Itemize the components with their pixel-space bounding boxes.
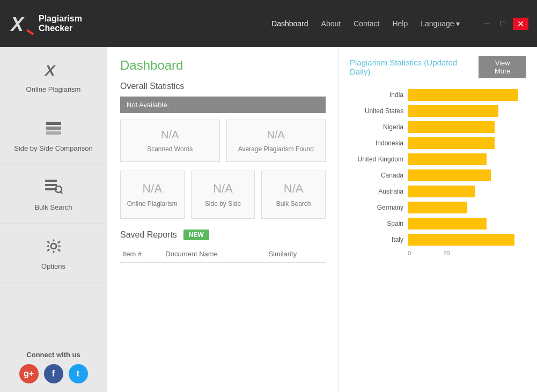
overall-statistics-title: Overall Statistics: [120, 82, 326, 91]
bar-container: [408, 186, 526, 197]
sidebar-label-bulk: Bulk Search: [34, 203, 72, 211]
chart-title: Plagiarism Statistics (Updated Daily): [350, 58, 479, 76]
bar-label: Germany: [350, 204, 403, 211]
sidebar-item-online-plagiarism[interactable]: X Online Plagiarism: [0, 47, 107, 106]
bulk-search-label: Bulk Search: [267, 200, 320, 208]
bar-row: Nigeria: [350, 121, 526, 133]
logo-line1: Plagiarism: [39, 14, 82, 24]
bar-fill: [408, 186, 475, 197]
bar-fill: [408, 153, 487, 165]
stats-row-2: N/A Scanned Words N/A Average Plagiarism…: [120, 120, 326, 162]
bar-container: [408, 105, 526, 117]
bar-fill: [408, 121, 495, 133]
nav-help[interactable]: Help: [392, 19, 408, 28]
bar-label: Canada: [350, 172, 403, 179]
bar-label: Australia: [350, 188, 403, 195]
axis-label-0: 0: [408, 250, 411, 256]
bar-row: Australia: [350, 186, 526, 197]
bar-row: Italy: [350, 234, 526, 246]
minimize-button[interactable]: –: [481, 18, 492, 29]
bar-label: Indonesia: [350, 139, 403, 147]
bulk-search-value: N/A: [267, 182, 320, 196]
sidebar-bottom: Connect with us g+ f t: [0, 342, 107, 392]
sidebar-item-options[interactable]: Options: [0, 224, 107, 283]
bar-row: India: [350, 89, 526, 101]
svg-rect-5: [46, 131, 61, 135]
scanned-words-label: Scanned Words: [129, 145, 211, 153]
col-item: Item #: [120, 246, 163, 263]
bar-fill: [408, 169, 491, 181]
side-by-side-value: N/A: [197, 182, 249, 196]
logo-area: X Plagiarism Checker: [9, 11, 82, 36]
window-controls: – □ ✕: [481, 18, 528, 30]
bar-fill: [408, 202, 467, 213]
sidebar-label-online: Online Plagiarism: [26, 85, 81, 93]
nav-about[interactable]: About: [321, 19, 341, 28]
twitter-button[interactable]: t: [69, 364, 88, 383]
bar-label: Nigeria: [350, 123, 403, 131]
bar-container: [408, 121, 526, 133]
avg-plagiarism-label: Average Plagiarism Found: [236, 145, 317, 153]
connect-label: Connect with us: [9, 351, 98, 359]
logo-line2: Checker: [39, 24, 82, 33]
bar-fill: [408, 137, 495, 149]
logo-text: Plagiarism Checker: [39, 14, 82, 33]
svg-text:X: X: [10, 13, 25, 35]
side-by-side-box: N/A Side by Side: [191, 171, 255, 219]
layers-icon: [44, 119, 63, 140]
online-plagiarism-value: N/A: [126, 182, 179, 196]
saved-reports-header: Saved Reports NEW: [120, 230, 326, 240]
avg-plagiarism-value: N/A: [236, 129, 317, 141]
online-plagiarism-box: N/A Online Plagiarism: [120, 171, 185, 219]
bar-container: [408, 169, 526, 181]
side-by-side-label: Side by Side: [197, 200, 249, 208]
bar-container: [408, 234, 526, 246]
online-plagiarism-label: Online Plagiarism: [126, 200, 179, 208]
saved-reports-title: Saved Reports: [120, 230, 177, 240]
bar-fill: [408, 105, 498, 117]
svg-text:X: X: [44, 62, 56, 79]
nav-area: Dashboard About Contact Help Language ▾ …: [271, 18, 528, 30]
bar-fill: [408, 234, 514, 246]
gear-icon: [44, 236, 63, 258]
main-layout: X Online Plagiarism Side by Side Compari…: [0, 47, 537, 392]
facebook-button[interactable]: f: [44, 364, 63, 383]
bar-row: Germany: [350, 202, 526, 213]
svg-point-12: [51, 243, 56, 249]
view-more-button[interactable]: View More: [479, 56, 526, 78]
scanned-words-value: N/A: [129, 129, 211, 141]
nav-language[interactable]: Language ▾: [421, 19, 460, 28]
col-similarity: Similarity: [266, 246, 326, 263]
app-logo-icon: X: [9, 11, 34, 36]
sidebar-item-side-by-side[interactable]: Side by Side Comparison: [0, 106, 107, 165]
close-button[interactable]: ✕: [513, 18, 528, 30]
bar-container: [408, 89, 526, 101]
bar-fill: [408, 218, 487, 230]
bar-row: Canada: [350, 169, 526, 181]
sidebar: X Online Plagiarism Side by Side Compari…: [0, 47, 107, 392]
maximize-button[interactable]: □: [497, 18, 509, 29]
svg-rect-3: [46, 122, 61, 125]
bar-row: Indonesia: [350, 137, 526, 149]
bar-label: Italy: [350, 236, 403, 243]
sidebar-item-bulk-search[interactable]: Bulk Search: [0, 165, 107, 224]
svg-line-1: [27, 30, 33, 34]
new-badge[interactable]: NEW: [183, 230, 209, 240]
nav-contact[interactable]: Contact: [354, 19, 379, 28]
bar-chart: IndiaUnited StatesNigeriaIndonesiaUnited…: [350, 89, 526, 246]
sidebar-label-options: Options: [41, 262, 65, 270]
google-plus-button[interactable]: g+: [19, 364, 39, 383]
svg-rect-7: [45, 184, 57, 186]
axis-label-20: 20: [443, 250, 450, 256]
bar-row: United States: [350, 105, 526, 117]
bar-container: [408, 137, 526, 149]
nav-dashboard[interactable]: Dashboard: [271, 19, 308, 28]
avg-plagiarism-box: N/A Average Plagiarism Found: [226, 120, 326, 162]
bar-row: Spain: [350, 218, 526, 230]
search-list-icon: [44, 177, 63, 199]
scanned-words-box: N/A Scanned Words: [120, 120, 220, 162]
svg-rect-6: [45, 180, 57, 182]
stats-row-3: N/A Online Plagiarism N/A Side by Side N…: [120, 171, 326, 219]
not-available-bar: Not Available.: [120, 97, 326, 113]
col-document: Document Name: [163, 246, 266, 263]
